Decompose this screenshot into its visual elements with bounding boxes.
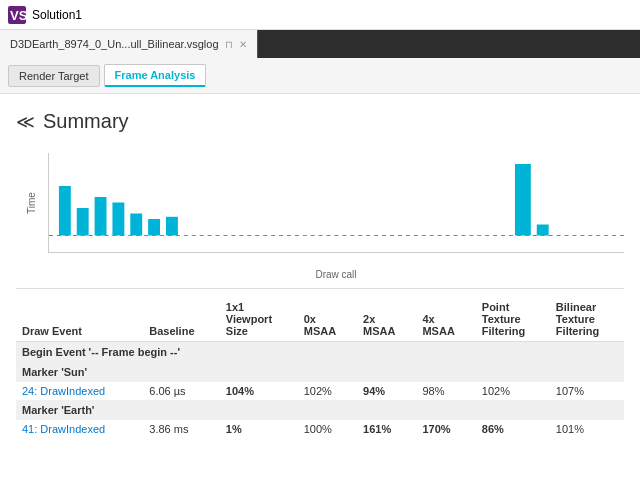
summary-header: ≪ Summary xyxy=(16,102,624,141)
x-axis-label: Draw call xyxy=(48,269,624,280)
svg-rect-5 xyxy=(95,197,107,236)
col-0x-msaa: 0xMSAA xyxy=(298,297,357,342)
table-cell: 100% xyxy=(298,420,357,438)
table-cell: 6.06 µs xyxy=(143,382,220,400)
table-cell: 107% xyxy=(550,382,624,400)
render-target-button[interactable]: Render Target xyxy=(8,65,100,87)
table-cell: 86% xyxy=(476,420,550,438)
col-4x-msaa: 4xMSAA xyxy=(416,297,475,342)
window-title: Solution1 xyxy=(32,8,82,22)
toolbar: Render Target Frame Analysis xyxy=(0,58,640,94)
main-content: ≪ Summary Time Draw call xyxy=(0,94,640,502)
col-bilinear: BilinearTextureFiltering xyxy=(550,297,624,342)
table-cell: 101% xyxy=(550,420,624,438)
chart-svg xyxy=(49,153,624,252)
frame-analysis-button[interactable]: Frame Analysis xyxy=(104,64,207,87)
table-section-row: Begin Event '-- Frame begin --' xyxy=(16,342,624,363)
close-icon[interactable]: ✕ xyxy=(239,39,247,50)
data-table: Draw Event Baseline 1x1ViewportSize 0xMS… xyxy=(16,297,624,438)
table-cell: 3.86 ms xyxy=(143,420,220,438)
table-row: 41: DrawIndexed3.86 ms1%100%161%170%86%1… xyxy=(16,420,624,438)
svg-text:VS: VS xyxy=(10,8,26,23)
table-cell: 170% xyxy=(416,420,475,438)
svg-rect-4 xyxy=(77,208,89,236)
svg-rect-10 xyxy=(515,164,531,236)
col-draw-event: Draw Event xyxy=(16,297,143,342)
col-1x1: 1x1ViewportSize xyxy=(220,297,298,342)
svg-rect-7 xyxy=(130,214,142,236)
svg-rect-3 xyxy=(59,186,71,236)
table-cell: 98% xyxy=(416,382,475,400)
col-point: PointTextureFiltering xyxy=(476,297,550,342)
title-bar: VS Solution1 xyxy=(0,0,640,30)
svg-rect-11 xyxy=(537,225,549,236)
pin-icon[interactable]: ⊓ xyxy=(225,39,233,50)
table-cell: 94% xyxy=(357,382,416,400)
col-baseline: Baseline xyxy=(143,297,220,342)
table-cell: 102% xyxy=(298,382,357,400)
y-axis-label: Time xyxy=(26,192,37,214)
tab-label: D3DEarth_8974_0_Un...ull_Bilinear.vsglog xyxy=(10,38,219,50)
table-section-row: Marker 'Sun' xyxy=(16,362,624,382)
table-section-row: Marker 'Earth' xyxy=(16,400,624,420)
chart-wrapper: Time Draw call xyxy=(48,153,624,280)
table-cell: 104% xyxy=(220,382,298,400)
table-cell: 102% xyxy=(476,382,550,400)
chart-area: Time xyxy=(48,153,624,253)
tab-bar: D3DEarth_8974_0_Un...ull_Bilinear.vsglog… xyxy=(0,30,640,58)
table-cell[interactable]: 24: DrawIndexed xyxy=(16,382,143,400)
summary-title: Summary xyxy=(43,110,129,133)
col-2x-msaa: 2xMSAA xyxy=(357,297,416,342)
table-cell: 161% xyxy=(357,420,416,438)
file-tab[interactable]: D3DEarth_8974_0_Un...ull_Bilinear.vsglog… xyxy=(0,30,258,58)
table-header-row: Draw Event Baseline 1x1ViewportSize 0xMS… xyxy=(16,297,624,342)
svg-rect-8 xyxy=(148,219,160,236)
svg-rect-9 xyxy=(166,217,178,236)
divider xyxy=(16,288,624,289)
table-cell: 1% xyxy=(220,420,298,438)
svg-rect-6 xyxy=(112,203,124,236)
vs-logo-icon: VS xyxy=(8,6,26,24)
table-row: 24: DrawIndexed6.06 µs104%102%94%98%102%… xyxy=(16,382,624,400)
collapse-icon[interactable]: ≪ xyxy=(16,113,35,131)
table-cell[interactable]: 41: DrawIndexed xyxy=(16,420,143,438)
